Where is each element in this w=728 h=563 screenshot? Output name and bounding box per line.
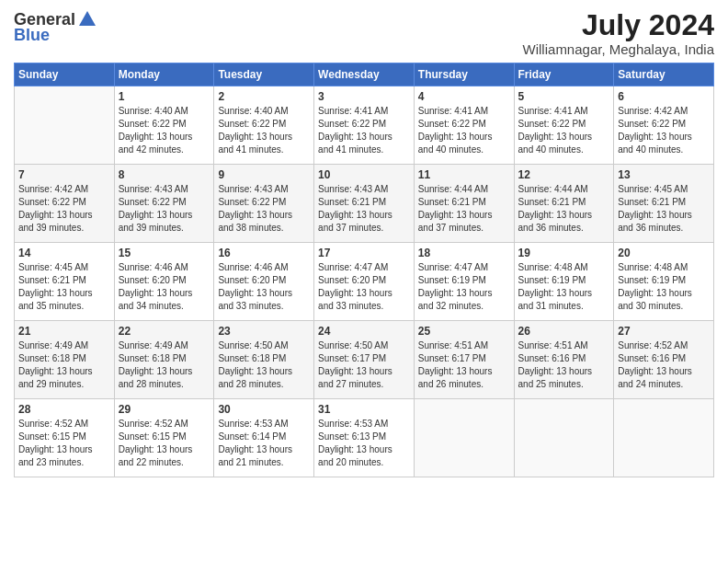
calendar-week-row: 28Sunrise: 4:52 AM Sunset: 6:15 PM Dayli… [15,399,714,477]
table-row: 23Sunrise: 4:50 AM Sunset: 6:18 PM Dayli… [214,321,314,399]
day-detail: Sunrise: 4:51 AM Sunset: 6:16 PM Dayligh… [518,339,610,391]
day-number: 27 [618,325,710,338]
calendar-week-row: 14Sunrise: 4:45 AM Sunset: 6:21 PM Dayli… [15,243,714,321]
header: General Blue July 2024 Williamnagar, Meg… [14,9,714,57]
table-row: 12Sunrise: 4:44 AM Sunset: 6:21 PM Dayli… [514,165,614,243]
day-number: 29 [119,403,210,416]
day-number: 31 [318,403,410,416]
table-row [614,399,714,477]
col-friday: Friday [514,63,614,86]
table-row: 28Sunrise: 4:52 AM Sunset: 6:15 PM Dayli… [15,399,115,477]
table-row: 24Sunrise: 4:50 AM Sunset: 6:17 PM Dayli… [314,321,415,399]
day-detail: Sunrise: 4:46 AM Sunset: 6:20 PM Dayligh… [218,261,310,313]
col-tuesday: Tuesday [214,63,314,86]
day-number: 11 [418,168,510,181]
table-row: 16Sunrise: 4:46 AM Sunset: 6:20 PM Dayli… [214,243,314,321]
day-number: 9 [218,168,310,181]
table-row: 4Sunrise: 4:41 AM Sunset: 6:22 PM Daylig… [414,86,514,165]
day-detail: Sunrise: 4:43 AM Sunset: 6:22 PM Dayligh… [119,183,210,235]
table-row [15,86,115,165]
table-row: 10Sunrise: 4:43 AM Sunset: 6:21 PM Dayli… [314,165,415,243]
day-detail: Sunrise: 4:49 AM Sunset: 6:18 PM Dayligh… [119,339,210,391]
calendar-week-row: 1Sunrise: 4:40 AM Sunset: 6:22 PM Daylig… [15,86,714,165]
day-number: 3 [318,90,410,103]
day-number: 7 [18,168,110,181]
location-subtitle: Williamnagar, Meghalaya, India [523,41,714,57]
day-number: 28 [18,403,110,416]
day-number: 6 [618,90,710,103]
calendar-week-row: 21Sunrise: 4:49 AM Sunset: 6:18 PM Dayli… [15,321,714,399]
calendar-week-row: 7Sunrise: 4:42 AM Sunset: 6:22 PM Daylig… [15,165,714,243]
table-row: 7Sunrise: 4:42 AM Sunset: 6:22 PM Daylig… [15,165,115,243]
day-detail: Sunrise: 4:45 AM Sunset: 6:21 PM Dayligh… [18,261,110,313]
table-row: 13Sunrise: 4:45 AM Sunset: 6:21 PM Dayli… [614,165,714,243]
day-number: 1 [119,90,210,103]
col-thursday: Thursday [414,63,514,86]
day-number: 14 [18,247,110,259]
logo-blue-text: Blue [14,26,50,45]
day-detail: Sunrise: 4:47 AM Sunset: 6:20 PM Dayligh… [318,261,410,313]
logo: General Blue [14,9,97,45]
day-number: 21 [18,325,110,338]
day-detail: Sunrise: 4:51 AM Sunset: 6:17 PM Dayligh… [418,339,510,391]
table-row: 29Sunrise: 4:52 AM Sunset: 6:15 PM Dayli… [114,399,214,477]
day-number: 24 [318,325,410,338]
day-number: 15 [119,247,210,259]
day-number: 8 [119,168,210,181]
day-detail: Sunrise: 4:45 AM Sunset: 6:21 PM Dayligh… [618,183,710,235]
day-detail: Sunrise: 4:44 AM Sunset: 6:21 PM Dayligh… [418,183,510,235]
calendar-table: Sunday Monday Tuesday Wednesday Thursday… [14,63,714,477]
day-number: 17 [318,247,410,259]
logo-icon [77,9,97,29]
table-row: 18Sunrise: 4:47 AM Sunset: 6:19 PM Dayli… [414,243,514,321]
calendar-header-row: Sunday Monday Tuesday Wednesday Thursday… [15,63,714,86]
table-row [414,399,514,477]
table-row: 17Sunrise: 4:47 AM Sunset: 6:20 PM Dayli… [314,243,415,321]
day-number: 12 [518,168,610,181]
day-detail: Sunrise: 4:52 AM Sunset: 6:16 PM Dayligh… [618,339,710,391]
day-detail: Sunrise: 4:48 AM Sunset: 6:19 PM Dayligh… [618,261,710,313]
table-row: 21Sunrise: 4:49 AM Sunset: 6:18 PM Dayli… [15,321,115,399]
day-detail: Sunrise: 4:42 AM Sunset: 6:22 PM Dayligh… [18,183,110,235]
table-row: 22Sunrise: 4:49 AM Sunset: 6:18 PM Dayli… [114,321,214,399]
table-row: 9Sunrise: 4:43 AM Sunset: 6:22 PM Daylig… [214,165,314,243]
day-detail: Sunrise: 4:41 AM Sunset: 6:22 PM Dayligh… [318,105,410,156]
day-number: 23 [218,325,310,338]
day-number: 30 [218,403,310,416]
day-detail: Sunrise: 4:40 AM Sunset: 6:22 PM Dayligh… [218,105,310,156]
day-detail: Sunrise: 4:43 AM Sunset: 6:21 PM Dayligh… [318,183,410,235]
table-row: 1Sunrise: 4:40 AM Sunset: 6:22 PM Daylig… [114,86,214,165]
day-number: 16 [218,247,310,259]
col-saturday: Saturday [614,63,714,86]
table-row: 19Sunrise: 4:48 AM Sunset: 6:19 PM Dayli… [514,243,614,321]
day-detail: Sunrise: 4:52 AM Sunset: 6:15 PM Dayligh… [119,418,210,469]
day-number: 13 [618,168,710,181]
day-detail: Sunrise: 4:48 AM Sunset: 6:19 PM Dayligh… [518,261,610,313]
day-detail: Sunrise: 4:44 AM Sunset: 6:21 PM Dayligh… [518,183,610,235]
day-number: 4 [418,90,510,103]
col-wednesday: Wednesday [314,63,415,86]
col-monday: Monday [114,63,214,86]
day-number: 2 [218,90,310,103]
table-row: 25Sunrise: 4:51 AM Sunset: 6:17 PM Dayli… [414,321,514,399]
day-detail: Sunrise: 4:50 AM Sunset: 6:18 PM Dayligh… [218,339,310,391]
table-row: 27Sunrise: 4:52 AM Sunset: 6:16 PM Dayli… [614,321,714,399]
day-detail: Sunrise: 4:47 AM Sunset: 6:19 PM Dayligh… [418,261,510,313]
day-number: 26 [518,325,610,338]
day-detail: Sunrise: 4:43 AM Sunset: 6:22 PM Dayligh… [218,183,310,235]
day-detail: Sunrise: 4:53 AM Sunset: 6:14 PM Dayligh… [218,418,310,469]
day-number: 10 [318,168,410,181]
month-year-title: July 2024 [523,9,714,41]
day-number: 19 [518,247,610,259]
day-number: 22 [119,325,210,338]
day-detail: Sunrise: 4:41 AM Sunset: 6:22 PM Dayligh… [418,105,510,156]
day-detail: Sunrise: 4:50 AM Sunset: 6:17 PM Dayligh… [318,339,410,391]
day-detail: Sunrise: 4:46 AM Sunset: 6:20 PM Dayligh… [119,261,210,313]
table-row: 15Sunrise: 4:46 AM Sunset: 6:20 PM Dayli… [114,243,214,321]
svg-marker-0 [79,11,96,26]
day-number: 20 [618,247,710,259]
table-row: 6Sunrise: 4:42 AM Sunset: 6:22 PM Daylig… [614,86,714,165]
page-container: General Blue July 2024 Williamnagar, Meg… [0,0,728,487]
table-row: 26Sunrise: 4:51 AM Sunset: 6:16 PM Dayli… [514,321,614,399]
day-detail: Sunrise: 4:40 AM Sunset: 6:22 PM Dayligh… [119,105,210,156]
